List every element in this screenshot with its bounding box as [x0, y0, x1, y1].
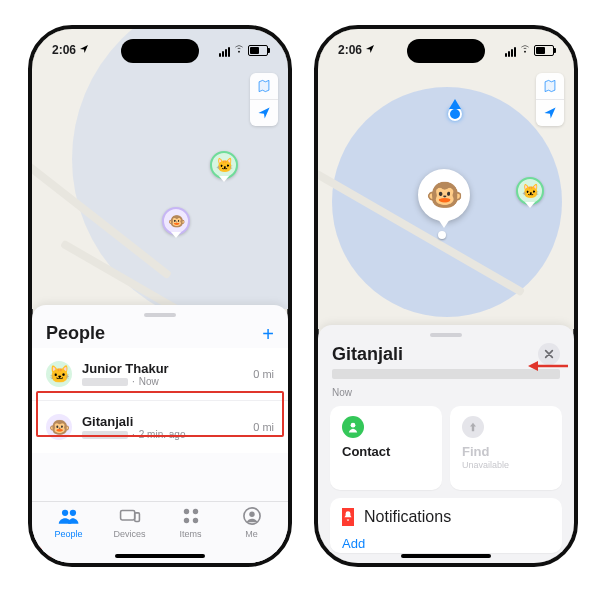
svg-point-1 [69, 510, 75, 516]
map-area[interactable]: 🐱 🐵 [32, 29, 288, 309]
items-icon [182, 505, 200, 527]
home-indicator[interactable] [115, 554, 205, 558]
cat-emoji-icon: 🐱 [216, 158, 233, 172]
svg-point-9 [249, 512, 254, 517]
detail-title: Gitanjali [332, 344, 403, 365]
phone-right: 2:06 🐵 [314, 25, 578, 567]
loc-arrow-icon [79, 43, 89, 57]
svg-point-10 [351, 423, 356, 428]
locate-button[interactable] [250, 99, 278, 126]
my-location-dot [448, 107, 462, 121]
bell-circle-icon [342, 508, 354, 526]
svg-point-7 [192, 518, 197, 523]
avatar: 🐵 [46, 414, 72, 440]
phone-left: 2:06 🐱 🐵 [28, 25, 292, 567]
battery-icon [534, 45, 554, 56]
monkey-emoji-icon: 🐵 [426, 180, 463, 210]
cat-emoji-icon: 🐱 [522, 184, 539, 198]
map-area[interactable]: 🐵 🐱 [318, 29, 574, 329]
redacted-address [332, 369, 560, 379]
add-notification-button[interactable]: Add [342, 536, 550, 551]
svg-point-4 [183, 509, 188, 514]
svg-point-6 [183, 518, 188, 523]
map-pin-gitanjali[interactable]: 🐵 [162, 207, 190, 235]
map-pin-selected[interactable]: 🐵 [418, 169, 470, 221]
sheet-handle[interactable] [430, 333, 462, 337]
map-controls [250, 73, 278, 126]
tab-me[interactable]: Me [221, 505, 282, 563]
map-controls [536, 73, 564, 126]
status-time: 2:06 [52, 43, 76, 57]
status-bar: 2:06 [318, 37, 574, 63]
contact-card[interactable]: Contact [330, 406, 442, 490]
sheet-handle[interactable] [144, 313, 176, 317]
annotation-arrow [528, 359, 568, 373]
svg-point-5 [192, 509, 197, 514]
devices-icon [119, 505, 141, 527]
me-icon [243, 505, 261, 527]
notifications-card[interactable]: Notifications Add [330, 498, 562, 553]
map-pin-junior[interactable]: 🐱 [210, 151, 238, 179]
home-indicator[interactable] [401, 554, 491, 558]
arrow-up-circle-icon [462, 416, 484, 438]
wifi-icon [233, 43, 245, 57]
tab-people[interactable]: People [38, 505, 99, 563]
svg-marker-12 [528, 361, 538, 371]
map-pin-junior[interactable]: 🐱 [516, 177, 544, 205]
locate-button[interactable] [536, 99, 564, 126]
find-card[interactable]: Find Unavailable [450, 406, 562, 490]
loc-arrow-icon [365, 43, 375, 57]
svg-rect-2 [120, 511, 134, 520]
people-icon [58, 505, 80, 527]
status-bar: 2:06 [32, 37, 288, 63]
status-time: 2:06 [338, 43, 362, 57]
map-mode-button[interactable] [536, 73, 564, 99]
person-row-0[interactable]: 🐱 Junior Thakur · Now 0 mi [32, 348, 288, 400]
pin-shadow-dot [438, 231, 446, 239]
wifi-icon [519, 43, 531, 57]
monkey-emoji-icon: 🐵 [168, 214, 185, 228]
sheet-title: People [46, 323, 105, 344]
svg-point-0 [61, 510, 67, 516]
cell-signal-icon [504, 43, 516, 57]
avatar: 🐱 [46, 361, 72, 387]
svg-rect-3 [134, 513, 139, 522]
person-circle-icon [342, 416, 364, 438]
cell-signal-icon [218, 43, 230, 57]
map-mode-button[interactable] [250, 73, 278, 99]
person-row-1[interactable]: 🐵 Gitanjali · 2 min. ago 0 mi [32, 400, 288, 453]
add-person-button[interactable]: + [262, 324, 274, 344]
battery-icon [248, 45, 268, 56]
